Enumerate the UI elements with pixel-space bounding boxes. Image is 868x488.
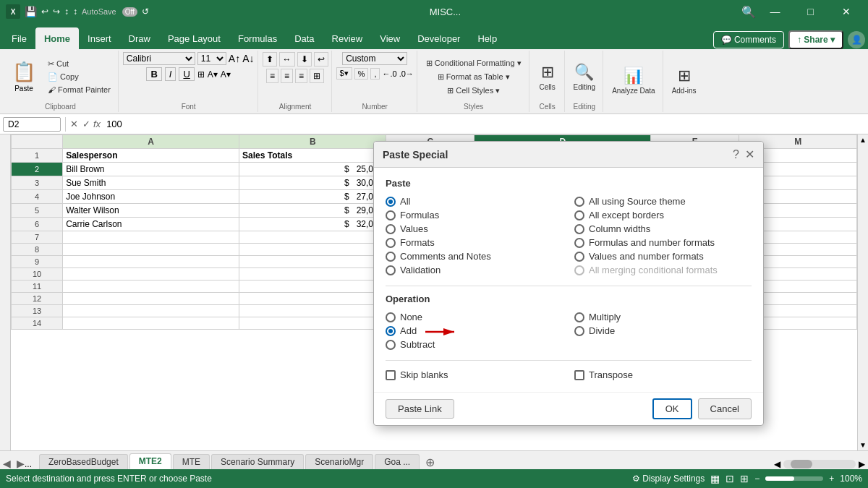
confirm-formula-icon[interactable]: ✓	[82, 119, 90, 129]
share-button[interactable]: ↑ Share ▾	[788, 30, 843, 49]
radio-multiply[interactable]	[574, 312, 584, 322]
tab-home[interactable]: Home	[35, 27, 79, 49]
tab-developer[interactable]: Developer	[409, 27, 469, 49]
horizontal-scrollbar[interactable]: ◀ ▶	[774, 459, 865, 469]
zoom-in-icon[interactable]: +	[829, 474, 834, 484]
paste-option-values[interactable]: Values	[386, 222, 563, 236]
radio-values[interactable]	[386, 224, 396, 234]
paste-option-formulas[interactable]: Formulas	[386, 208, 563, 222]
cell-b2[interactable]: $ 25,000	[239, 163, 386, 176]
radio-validation[interactable]	[386, 265, 396, 275]
zoom-out-icon[interactable]: −	[754, 474, 760, 484]
transpose-checkbox[interactable]: Transpose	[574, 368, 752, 382]
radio-all[interactable]	[386, 197, 396, 207]
sheet-tab-scenario-summary[interactable]: Scenario Summary	[211, 454, 304, 469]
font-size-select[interactable]: 11	[197, 52, 226, 65]
sort-desc-icon[interactable]: ↕	[73, 7, 77, 17]
restore-btn[interactable]: □	[794, 0, 827, 23]
tab-help[interactable]: Help	[469, 27, 506, 49]
radio-col-widths[interactable]	[574, 224, 584, 234]
comments-button[interactable]: 💬 Comments	[713, 31, 784, 48]
radio-values-numbers[interactable]	[574, 252, 584, 262]
align-left-icon[interactable]: ≡	[266, 69, 278, 83]
cell-a5[interactable]: Walter Wilson	[63, 204, 239, 218]
decrease-font-icon[interactable]: A↓	[242, 53, 254, 64]
radio-formulas-numbers[interactable]	[574, 238, 584, 248]
sheet-tab-zerobasedbudget[interactable]: ZeroBasedBudget	[39, 454, 128, 469]
number-format-select[interactable]: Custom	[342, 52, 407, 65]
comma-icon[interactable]: ,	[370, 68, 380, 80]
zoom-level[interactable]: 100%	[840, 474, 862, 484]
vertical-scrollbar[interactable]: ▲ ▼	[857, 134, 868, 450]
view-pagebreak-icon[interactable]: ⊞	[740, 473, 749, 484]
radio-divide[interactable]	[574, 326, 584, 336]
radio-all-source[interactable]	[574, 197, 584, 207]
tab-data[interactable]: Data	[286, 27, 323, 49]
minimize-btn[interactable]: —	[759, 0, 791, 23]
dialog-close-icon[interactable]: ✕	[745, 147, 754, 161]
view-layout-icon[interactable]: ⊡	[726, 473, 734, 484]
scroll-right-icon[interactable]: ▶	[859, 459, 865, 469]
cell-a2[interactable]: Bill Brown	[63, 163, 239, 176]
tab-page-layout[interactable]: Page Layout	[159, 27, 229, 49]
cancel-button[interactable]: Cancel	[698, 398, 752, 419]
radio-subtract[interactable]	[386, 340, 396, 350]
cell-a3[interactable]: Sue Smith	[63, 176, 239, 190]
ok-button[interactable]: OK	[652, 398, 692, 419]
paste-option-except-borders[interactable]: All except borders	[574, 208, 752, 222]
cell-b5[interactable]: $ 29,000	[239, 204, 386, 218]
close-btn[interactable]: ✕	[830, 0, 862, 23]
paste-option-all-source[interactable]: All using Source theme	[574, 194, 752, 208]
radio-formulas[interactable]	[386, 210, 396, 221]
paste-option-validation[interactable]: Validation	[386, 263, 563, 277]
sheet-tab-mte2[interactable]: MTE2	[129, 453, 171, 469]
tab-draw[interactable]: Draw	[120, 27, 159, 49]
operation-add[interactable]: Add	[386, 324, 563, 338]
radio-none[interactable]	[386, 312, 396, 322]
tab-review[interactable]: Review	[323, 27, 372, 49]
cell-b4[interactable]: $ 27,000	[239, 190, 386, 204]
format-painter-button[interactable]: 🖌 Format Painter	[43, 84, 115, 95]
zoom-slider[interactable]	[765, 476, 823, 481]
col-header-b[interactable]: B	[239, 135, 386, 149]
increase-decimal-icon[interactable]: .0→	[399, 69, 414, 78]
tab-file[interactable]: File	[3, 27, 35, 49]
cell-a1[interactable]: Salesperson	[63, 149, 239, 163]
cell-reference-input[interactable]	[3, 117, 61, 132]
radio-formats[interactable]	[386, 238, 396, 248]
sheet-nav-right[interactable]: ▶	[17, 458, 25, 469]
formula-input[interactable]	[103, 119, 865, 129]
font-color-button[interactable]: A▾	[221, 69, 231, 80]
decrease-decimal-icon[interactable]: ←.0	[382, 69, 396, 78]
undo-btn[interactable]: ↩	[41, 7, 48, 17]
sort-asc-icon[interactable]: ↕	[64, 7, 69, 17]
underline-button[interactable]: U	[179, 67, 194, 81]
sheet-tab-goa[interactable]: Goa ...	[375, 454, 420, 469]
tab-insert[interactable]: Insert	[79, 27, 120, 49]
cell-a4[interactable]: Joe Johnson	[63, 190, 239, 204]
operation-none[interactable]: None	[386, 310, 563, 324]
currency-icon[interactable]: $▾	[336, 67, 352, 80]
paste-option-all[interactable]: All	[386, 194, 563, 208]
paste-special-dialog[interactable]: Paste Special ? ✕ Paste All Formu	[373, 141, 764, 426]
paste-option-col-widths[interactable]: Column widths	[574, 222, 752, 236]
format-as-table-button[interactable]: ⊞ Format as Table ▾	[433, 71, 514, 83]
sheet-nav-left[interactable]: ◀	[3, 458, 11, 469]
radio-except-borders[interactable]	[574, 210, 584, 221]
align-top-icon[interactable]: ⬆	[263, 52, 277, 67]
paste-button[interactable]: 📋 Paste	[6, 55, 42, 98]
user-avatar[interactable]: 👤	[848, 31, 865, 48]
conditional-formatting-button[interactable]: ⊞ Conditional Formatting ▾	[422, 57, 526, 69]
cells-button[interactable]: ⊞ Cells	[534, 53, 561, 100]
scroll-track[interactable]	[783, 460, 856, 468]
operation-subtract[interactable]: Subtract	[386, 338, 563, 351]
radio-add[interactable]	[386, 326, 396, 336]
view-normal-icon[interactable]: ▦	[710, 473, 720, 484]
italic-button[interactable]: I	[165, 67, 176, 81]
display-settings[interactable]: ⚙ Display Settings	[632, 474, 705, 484]
paste-option-formulas-numbers[interactable]: Formulas and number formats	[574, 236, 752, 249]
cell-styles-button[interactable]: ⊞ Cell Styles ▾	[443, 85, 504, 97]
align-middle-icon[interactable]: ↔	[279, 52, 295, 67]
copy-button[interactable]: 📄 Copy	[43, 71, 115, 83]
align-right-icon[interactable]: ≡	[295, 69, 307, 83]
